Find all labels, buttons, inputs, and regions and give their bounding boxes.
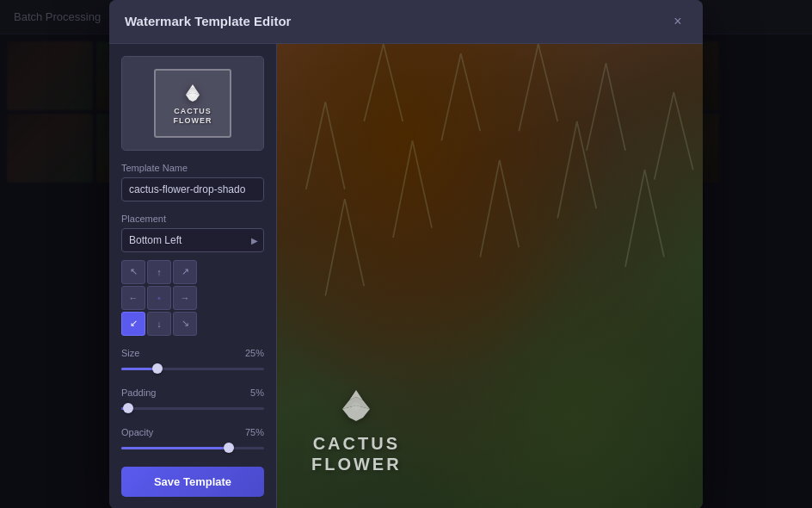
size-slider-track[interactable]: [121, 368, 264, 370]
svg-line-3: [441, 53, 461, 140]
placement-group: Placement Top Left Top Center Top Right …: [121, 214, 264, 336]
position-bottom-right[interactable]: ↘: [173, 312, 197, 336]
svg-line-13: [393, 140, 413, 238]
position-bottom-center[interactable]: ↓: [147, 312, 171, 336]
svg-line-10: [325, 102, 345, 189]
placement-select[interactable]: Top Left Top Center Top Right Center Lef…: [121, 228, 264, 252]
modal-body: CACTUSFLOWER Template Name Placement Top…: [109, 44, 703, 509]
size-value: 25%: [245, 348, 264, 358]
position-top-center[interactable]: ↑: [147, 260, 171, 284]
placement-select-wrapper: Top Left Top Center Top Right Center Lef…: [121, 228, 264, 252]
svg-line-2: [384, 44, 403, 121]
svg-line-14: [413, 140, 433, 227]
opacity-label: Opacity: [121, 427, 153, 437]
position-grid: ↖ ↑ ↗ ← • → ↙ ↓ ↘: [121, 260, 199, 336]
opacity-header: Opacity 75%: [121, 427, 264, 437]
right-panel-preview: CACTUS FLOWER: [277, 44, 703, 509]
opacity-value: 75%: [245, 427, 264, 437]
opacity-slider-track[interactable]: [121, 447, 264, 449]
modal-overlay: Watermark Template Editor ×: [0, 0, 812, 508]
svg-point-0: [190, 91, 195, 96]
watermark-preview-inner: CACTUSFLOWER: [154, 69, 231, 138]
position-bottom-left[interactable]: ↙: [121, 312, 145, 336]
opacity-slider-fill: [121, 447, 229, 449]
padding-group: Padding 5%: [121, 387, 264, 415]
size-group: Size 25%: [121, 348, 264, 375]
svg-line-16: [577, 121, 597, 208]
preview-watermark-overlay: CACTUS FLOWER: [311, 387, 402, 474]
opacity-slider-thumb[interactable]: [224, 443, 234, 453]
svg-line-22: [645, 170, 665, 257]
padding-header: Padding 5%: [121, 387, 264, 398]
close-button[interactable]: ×: [668, 12, 687, 31]
svg-line-7: [587, 63, 606, 150]
svg-line-11: [655, 92, 674, 179]
svg-line-18: [500, 160, 520, 247]
position-middle-left[interactable]: ←: [121, 286, 145, 310]
svg-line-20: [345, 199, 365, 286]
svg-point-23: [352, 402, 360, 411]
watermark-preview-icon: [175, 81, 210, 107]
preview-watermark-icon: [330, 387, 382, 430]
position-center[interactable]: •: [147, 286, 171, 310]
svg-line-6: [538, 44, 558, 121]
svg-line-9: [306, 102, 326, 189]
modal-title: Watermark Template Editor: [125, 14, 291, 28]
modal-header: Watermark Template Editor ×: [109, 0, 703, 44]
padding-slider-track[interactable]: [121, 407, 264, 410]
position-top-right[interactable]: ↗: [173, 260, 197, 284]
opacity-group: Opacity 75%: [121, 427, 264, 455]
template-name-label: Template Name: [121, 163, 264, 173]
svg-line-12: [674, 92, 693, 170]
size-header: Size 25%: [121, 348, 264, 358]
left-panel: CACTUSFLOWER Template Name Placement Top…: [109, 44, 277, 509]
template-name-input[interactable]: [121, 177, 264, 201]
save-template-button[interactable]: Save Template: [121, 467, 264, 497]
svg-line-21: [625, 170, 645, 267]
svg-line-15: [557, 121, 577, 219]
preview-image: CACTUS FLOWER: [277, 44, 703, 509]
svg-line-5: [519, 44, 538, 131]
size-label: Size: [121, 348, 139, 358]
position-top-left[interactable]: ↖: [121, 260, 145, 284]
svg-line-4: [461, 53, 481, 131]
svg-line-1: [364, 44, 384, 121]
watermark-editor-modal: Watermark Template Editor ×: [109, 0, 703, 508]
placement-label: Placement: [121, 214, 264, 224]
padding-label: Padding: [121, 387, 156, 398]
template-name-group: Template Name: [121, 163, 264, 201]
svg-line-8: [606, 63, 626, 150]
svg-line-19: [325, 199, 345, 296]
padding-value: 5%: [250, 387, 264, 398]
preview-watermark-text-line2: FLOWER: [311, 454, 402, 474]
watermark-preview-text: CACTUSFLOWER: [174, 107, 212, 126]
preview-watermark-text-line1: CACTUS: [313, 433, 400, 454]
position-middle-right[interactable]: →: [173, 286, 197, 310]
padding-slider-thumb[interactable]: [123, 403, 133, 413]
svg-line-17: [480, 160, 500, 257]
size-slider-thumb[interactable]: [152, 363, 163, 374]
watermark-thumbnail-preview: CACTUSFLOWER: [121, 56, 264, 151]
